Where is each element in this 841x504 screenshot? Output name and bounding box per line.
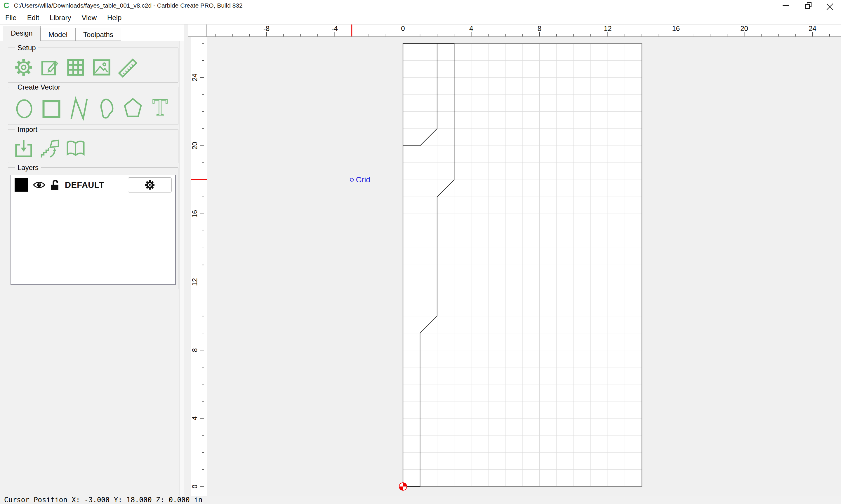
create-polyline-button[interactable] bbox=[67, 96, 90, 121]
import-group-title: Import bbox=[15, 125, 40, 133]
create-circle-button[interactable] bbox=[13, 96, 36, 121]
content: DesignModelToolpaths Setup Create Vector… bbox=[0, 24, 841, 496]
layers-group: Layers DEFAULT bbox=[8, 167, 178, 289]
cursor-position-readout: Cursor Position X: -3.000 Y: 18.000 Z: 0… bbox=[4, 496, 202, 504]
panel-scrollbar[interactable] bbox=[179, 41, 184, 496]
import-file-button[interactable] bbox=[13, 138, 34, 159]
minimize-icon bbox=[783, 5, 789, 6]
h-ruler-label: -4 bbox=[332, 24, 338, 32]
unlocked-icon bbox=[50, 179, 60, 191]
tab-model[interactable]: Model bbox=[40, 28, 75, 41]
curve-icon bbox=[94, 96, 117, 121]
minimize-button[interactable] bbox=[774, 0, 796, 11]
layer-row[interactable]: DEFAULT bbox=[13, 177, 173, 193]
close-icon bbox=[827, 2, 833, 9]
title-bar: C C:/Users/willa/Downloads/fayes_table_0… bbox=[0, 0, 841, 11]
book-icon bbox=[65, 138, 86, 159]
horizontal-ruler: -8-404812162024 bbox=[188, 24, 841, 37]
import-icon bbox=[13, 138, 34, 159]
canvas-svg: Grid bbox=[207, 37, 841, 496]
origin-marker[interactable] bbox=[399, 483, 407, 490]
v-ruler-cursor-marker bbox=[191, 179, 207, 180]
canvas-viewport: -8-404812162024 04812162024 Grid bbox=[184, 24, 841, 496]
ruler-icon bbox=[117, 57, 138, 78]
tab-strip: DesignModelToolpaths bbox=[0, 24, 184, 41]
v-ruler-label: 12 bbox=[191, 278, 199, 286]
snap-point-icon bbox=[350, 178, 353, 181]
h-ruler-label: 12 bbox=[604, 24, 612, 32]
menu-bar: FileEditLibraryViewHelp bbox=[0, 11, 841, 24]
h-ruler-label: 8 bbox=[537, 24, 542, 32]
layer-name: DEFAULT bbox=[65, 180, 104, 190]
layer-color-swatch[interactable] bbox=[15, 178, 28, 192]
menu-library[interactable]: Library bbox=[50, 14, 71, 22]
menu-view[interactable]: View bbox=[82, 14, 97, 22]
v-ruler-label: 4 bbox=[191, 416, 199, 420]
import-group: Import bbox=[8, 129, 178, 163]
menu-file[interactable]: File bbox=[5, 14, 17, 22]
visibility-eye-icon bbox=[33, 181, 46, 189]
create-vector-group-title: Create Vector bbox=[15, 83, 63, 91]
h-ruler-svg: -8-404812162024 bbox=[188, 24, 841, 37]
design-library-button[interactable] bbox=[65, 138, 86, 159]
h-ruler-cursor-marker bbox=[351, 24, 352, 36]
background-image-button[interactable] bbox=[91, 57, 113, 78]
layer-gear-icon bbox=[145, 180, 155, 190]
trace-icon bbox=[39, 138, 61, 159]
edit-document-icon bbox=[39, 57, 61, 78]
create-text-button[interactable]: T bbox=[149, 96, 171, 121]
h-ruler-label: 16 bbox=[672, 24, 680, 32]
measure-button[interactable] bbox=[117, 57, 138, 78]
window-controls bbox=[774, 0, 841, 11]
app-logo-icon: C bbox=[3, 0, 9, 11]
setup-group: Setup bbox=[8, 48, 178, 83]
create-polygon-button[interactable] bbox=[121, 96, 144, 121]
v-ruler-label: 16 bbox=[191, 210, 199, 218]
h-ruler-label: -8 bbox=[263, 24, 270, 32]
polygon-icon bbox=[121, 96, 144, 121]
h-ruler-label: 0 bbox=[401, 24, 405, 32]
restore-button[interactable] bbox=[796, 0, 819, 11]
h-ruler-label: 20 bbox=[740, 24, 748, 32]
h-ruler-label: 24 bbox=[809, 24, 817, 32]
menu-help[interactable]: Help bbox=[107, 14, 121, 22]
setup-group-title: Setup bbox=[15, 44, 38, 52]
h-ruler-label: 4 bbox=[469, 24, 473, 32]
job-setup-button[interactable] bbox=[13, 57, 34, 78]
layer-settings-button[interactable] bbox=[128, 177, 172, 193]
snap-indicator: Grid bbox=[350, 175, 370, 184]
snap-grid-label: Grid bbox=[356, 175, 370, 184]
trace-image-button[interactable] bbox=[39, 138, 61, 159]
vertical-ruler: 04812162024 bbox=[191, 37, 207, 496]
create-curve-button[interactable] bbox=[94, 96, 117, 121]
polyline-icon bbox=[67, 96, 90, 121]
status-bar: Cursor Position X: -3.000 Y: 18.000 Z: 0… bbox=[0, 496, 841, 504]
left-panel: DesignModelToolpaths Setup Create Vector… bbox=[0, 24, 184, 496]
create-vector-group: Create Vector T bbox=[8, 87, 178, 125]
edit-drawing-button[interactable] bbox=[39, 57, 61, 78]
v-ruler-label: 0 bbox=[191, 484, 199, 488]
restore-icon bbox=[806, 3, 810, 8]
design-canvas[interactable]: Grid bbox=[207, 37, 841, 496]
tab-design[interactable]: Design bbox=[3, 26, 40, 41]
window-title: C:/Users/willa/Downloads/fayes_table_001… bbox=[14, 2, 243, 9]
grid-icon bbox=[65, 57, 86, 78]
v-ruler-label: 20 bbox=[191, 142, 199, 150]
circle-icon bbox=[13, 96, 36, 121]
svg-text:T: T bbox=[153, 96, 168, 121]
layers-group-title: Layers bbox=[15, 164, 41, 172]
rectangle-icon bbox=[40, 96, 63, 121]
v-ruler-label: 8 bbox=[191, 348, 199, 352]
menu-edit[interactable]: Edit bbox=[27, 14, 39, 22]
create-rectangle-button[interactable] bbox=[40, 96, 63, 121]
text-icon: T bbox=[149, 96, 171, 121]
tab-toolpaths[interactable]: Toolpaths bbox=[75, 28, 121, 41]
layer-list[interactable]: DEFAULT bbox=[11, 175, 176, 285]
grid-settings-button[interactable] bbox=[65, 57, 86, 78]
gear-icon bbox=[13, 57, 34, 78]
close-button[interactable] bbox=[819, 0, 841, 11]
v-ruler-label: 24 bbox=[191, 73, 199, 82]
v-ruler-svg: 04812162024 bbox=[191, 37, 207, 496]
image-icon bbox=[91, 57, 113, 78]
